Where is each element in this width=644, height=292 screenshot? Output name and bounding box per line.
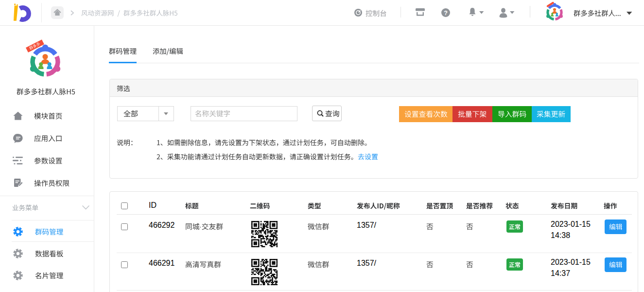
- svg-text:?: ?: [444, 10, 448, 17]
